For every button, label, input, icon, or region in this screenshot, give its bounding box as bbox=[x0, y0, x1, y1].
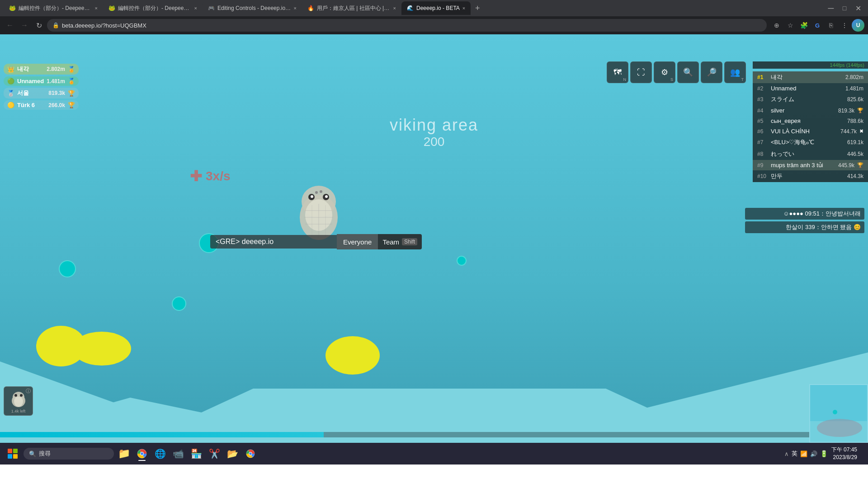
close-button[interactable]: ✕ bbox=[852, 2, 864, 14]
tab-5[interactable]: 🌊 Deeeep.io - BETA × bbox=[401, 1, 471, 15]
tab-4[interactable]: 🔥 用戶：維京人區 | 社區中心 | 粉絲... × bbox=[302, 1, 401, 15]
taskbar-clip-icon[interactable]: ✂️ bbox=[206, 446, 222, 462]
svg-point-17 bbox=[817, 419, 862, 437]
hud-score-1: 2.802m bbox=[47, 66, 65, 72]
search-taskbar-icon: 🔍 bbox=[29, 450, 36, 457]
taskbar-chrome2-icon[interactable] bbox=[242, 446, 259, 462]
leaderboard: #1 내각 2.802m #2 Unnamed 1.481m #3 スライム 8… bbox=[753, 71, 868, 182]
lb-row-7: #7 <BLU>♡海龟ℴ℃ 619.1k bbox=[753, 136, 868, 148]
tab-bar: 🐸 編輯控件（部分）- Deepeep.io × 🐸 編輯控件（部分）- Dee… bbox=[0, 0, 868, 16]
hud-settings-button[interactable]: ⚙ S bbox=[654, 61, 675, 83]
tab-1-close[interactable]: × bbox=[95, 5, 98, 11]
food-dot-2 bbox=[457, 256, 467, 266]
taskbar-folder-icon[interactable]: 📂 bbox=[224, 446, 241, 462]
mini-map-inner bbox=[810, 385, 867, 442]
address-bar[interactable]: 🔒 beta.deeeep.io/?host=UQGBMX bbox=[47, 19, 767, 32]
tab-5-close[interactable]: × bbox=[462, 5, 465, 11]
fullscreen-icon: ⛶ bbox=[637, 68, 645, 77]
lb-score-10: 414.3k bbox=[847, 173, 863, 179]
lb-score-2: 1.481m bbox=[845, 85, 863, 92]
chat-shift-badge: Shift bbox=[402, 238, 417, 245]
hud-search-button[interactable]: 🔍 bbox=[677, 61, 699, 83]
google-button[interactable]: G bbox=[811, 19, 824, 32]
search-icon: 🔍 bbox=[683, 67, 693, 77]
lb-score-3: 825.6k bbox=[847, 96, 863, 103]
tab-4-close[interactable]: × bbox=[393, 5, 396, 11]
chat-team-button[interactable]: Team Shift bbox=[378, 234, 422, 249]
taskbar-search[interactable]: 🔍 搜尋 bbox=[24, 448, 114, 460]
lb-name-9: mups trâm anh 3 tủi bbox=[771, 162, 835, 169]
taskbar-chrome-icon[interactable] bbox=[134, 446, 150, 462]
extensions-button[interactable]: 🧩 bbox=[797, 19, 810, 32]
hud-zoom-button[interactable]: 🔎 bbox=[701, 61, 722, 83]
address-text: beta.deeeep.io/?host=UQGBMX bbox=[62, 22, 146, 29]
chat-input[interactable] bbox=[210, 235, 337, 249]
hud-rank-4-icon: 🟡 bbox=[7, 102, 14, 108]
reload-button[interactable]: ↻ bbox=[33, 19, 45, 32]
clock-time: 下午 07:45 bbox=[831, 446, 857, 454]
taskbar: 🔍 搜尋 📁 🌐 📹 🏪 ✂️ bbox=[0, 443, 868, 465]
minimize-button[interactable]: ─ bbox=[825, 2, 837, 14]
back-button[interactable]: ← bbox=[4, 19, 16, 32]
start-button[interactable] bbox=[4, 445, 22, 463]
clock-date: 2023/8/29 bbox=[831, 454, 857, 461]
translate-icon[interactable]: ⊕ bbox=[770, 19, 783, 32]
explorer-icon: 📁 bbox=[118, 448, 130, 460]
show-desktop-button[interactable] bbox=[861, 446, 864, 462]
tab-4-title: 用戶：維京人區 | 社區中心 | 粉絲... bbox=[317, 5, 391, 12]
lb-row-8: #8 れっでい 446.5k bbox=[753, 148, 868, 160]
hud-fullscreen-button[interactable]: ⛶ bbox=[630, 61, 652, 83]
hud-medal-3: 🏆 bbox=[68, 90, 75, 97]
taskbar-edge-icon[interactable]: 🌐 bbox=[152, 446, 168, 462]
taskbar-language-indicator: 英 bbox=[792, 450, 797, 458]
tab-3-close[interactable]: × bbox=[294, 5, 297, 11]
new-tab-button[interactable]: + bbox=[471, 1, 484, 15]
svg-point-6 bbox=[325, 195, 328, 198]
bookmark-button[interactable]: ☆ bbox=[784, 19, 797, 32]
tab-1[interactable]: 🐸 編輯控件（部分）- Deepeep.io × bbox=[4, 1, 103, 15]
player-avatar-label: 1.4k left bbox=[11, 409, 26, 413]
hud-row-2: 🟢 Unnamed 1.481m 🏅 bbox=[4, 76, 79, 86]
chat-msg-1: ☺●●●● 09:51：안녕밥서녀래 bbox=[745, 208, 864, 220]
lb-row-9: #9 mups trâm anh 3 tủi 445.9k 🏆 bbox=[753, 160, 868, 170]
taskbar-clock[interactable]: 下午 07:45 2023/8/29 bbox=[831, 446, 857, 461]
yellow-bump-3 bbox=[326, 336, 380, 375]
lb-rank-2: #2 bbox=[757, 85, 768, 92]
hud-score-2: 1.481m bbox=[47, 78, 65, 84]
menu-button[interactable]: ⋮ bbox=[838, 19, 851, 32]
battery-icon: 🔋 bbox=[820, 450, 828, 457]
hud-topleft: 👑 내각 2.802m 🏅 🟢 Unnamed 1.481m 🏅 🥈 서울 81… bbox=[4, 64, 79, 110]
taskbar-explorer-icon[interactable]: 📁 bbox=[116, 446, 132, 462]
tab-2[interactable]: 🐸 編輯控件（部分）- Deepeep.io × bbox=[103, 1, 203, 15]
hud-row-1: 👑 내각 2.802m 🏅 bbox=[4, 64, 79, 75]
hud-map-button[interactable]: 🗺 N bbox=[607, 61, 628, 83]
lb-row-6: #6 VUI LÀ CHÍNH 744.7k ✖ bbox=[753, 126, 868, 136]
lock-icon: 🔒 bbox=[52, 22, 59, 28]
tab-3[interactable]: 🎮 Editing Controls - Deeeep.io Wi... × bbox=[203, 1, 302, 15]
tab-1-title: 編輯控件（部分）- Deepeep.io bbox=[19, 5, 92, 12]
profile-icon[interactable]: U bbox=[852, 19, 864, 32]
tab-2-close[interactable]: × bbox=[194, 5, 197, 11]
svg-point-23 bbox=[14, 397, 23, 407]
sidebar-button[interactable]: ⎘ bbox=[825, 19, 837, 32]
lb-rank-8: #8 bbox=[757, 151, 768, 157]
chevron-up-icon[interactable]: ∧ bbox=[784, 450, 789, 457]
lb-name-5: сын_еврея bbox=[771, 117, 844, 124]
hud-score-3: 819.3k bbox=[48, 90, 65, 96]
store-icon: 🏪 bbox=[191, 448, 202, 459]
hud-users-button[interactable]: 👥 T bbox=[724, 61, 746, 83]
maximize-button[interactable]: □ bbox=[838, 2, 851, 14]
chat-everyone-button[interactable]: Everyone bbox=[337, 234, 378, 249]
chat-msg-2-text: 한살이 339：안하면 됐음 😊 bbox=[786, 224, 861, 230]
lb-score-1: 2.802m bbox=[845, 74, 863, 80]
taskbar-zoom-icon[interactable]: 📹 bbox=[170, 446, 186, 462]
tab-5-title: Deeeep.io - BETA bbox=[416, 5, 460, 11]
lb-name-6: VUI LÀ CHÍNH bbox=[771, 128, 838, 135]
lb-rank-10: #10 bbox=[757, 173, 768, 179]
tab-2-favicon: 🐸 bbox=[108, 5, 115, 11]
windows-logo-icon bbox=[8, 449, 18, 459]
forward-button[interactable]: → bbox=[18, 19, 31, 32]
taskbar-store-icon[interactable]: 🏪 bbox=[188, 446, 204, 462]
chat-input-area: Everyone Team Shift bbox=[210, 234, 422, 249]
lb-row-10: #10 만두 414.3k bbox=[753, 170, 868, 182]
